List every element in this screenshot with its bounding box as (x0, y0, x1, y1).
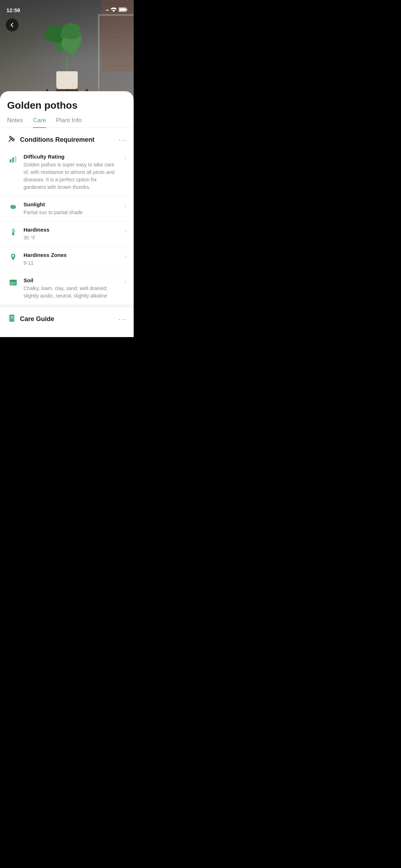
sunlight-item[interactable]: Sunlight Partial sun to partial shade › (0, 196, 134, 222)
soil-title: Soil (24, 277, 120, 283)
wifi-icon (111, 7, 117, 13)
signal-icon: ▪▪ (106, 7, 109, 12)
sunlight-content: Sunlight Partial sun to partial shade (24, 201, 120, 216)
care-guide-more-button[interactable]: ··· (118, 315, 127, 323)
soil-icon (7, 278, 19, 287)
hardiness-content: Hardiness 30 °F (24, 227, 120, 242)
hardiness-title: Hardiness (24, 227, 120, 233)
difficulty-desc: Golden pothos is super easy to take care… (24, 161, 120, 191)
conditions-title: Conditions Requirement (20, 136, 94, 144)
hardiness-zones-content: Hardiness Zones 9-11 (24, 252, 120, 267)
hardiness-zones-item[interactable]: Hardiness Zones 9-11 › (0, 247, 134, 272)
hardiness-arrow: › (124, 227, 127, 235)
difficulty-item[interactable]: Difficulty Rating Golden pothos is super… (0, 149, 134, 196)
hardiness-item[interactable]: Hardiness 30 °F › (0, 222, 134, 247)
tabs-container: Notes Care Plant Info (0, 117, 134, 128)
tab-care[interactable]: Care (33, 117, 46, 128)
hardiness-zones-arrow: › (124, 253, 127, 260)
care-content: Conditions Requirement ··· Difficulty Ra… (0, 128, 134, 337)
cloud-icon (7, 202, 19, 211)
soil-desc: Chalky, loam, clay, sand; well drained; … (24, 285, 120, 300)
svg-rect-3 (10, 159, 11, 162)
svg-point-14 (12, 255, 14, 257)
window-frame (98, 14, 134, 89)
tab-notes[interactable]: Notes (7, 117, 23, 128)
sunlight-desc: Partial sun to partial shade (24, 209, 120, 216)
plant-title: Golden pothos (0, 91, 134, 117)
tab-plant-info[interactable]: Plant Info (56, 117, 82, 128)
plant-illustration (42, 21, 92, 89)
hardiness-zones-desc: 9-11 (24, 259, 120, 267)
svg-rect-5 (15, 156, 16, 162)
care-guide-header: Care Guide ··· (0, 308, 134, 330)
content-card: Golden pothos Notes Care Plant Info Cond… (0, 91, 134, 337)
difficulty-title: Difficulty Rating (24, 154, 120, 160)
hardiness-desc: 30 °F (24, 234, 120, 242)
svg-rect-1 (127, 9, 127, 11)
status-bar: 12:59 ▪▪ (0, 0, 134, 16)
soil-content: Soil Chalky, loam, clay, sand; well drai… (24, 277, 120, 300)
svg-rect-11 (13, 232, 14, 234)
svg-rect-4 (12, 157, 14, 162)
conditions-section-header: Conditions Requirement ··· (0, 128, 134, 149)
svg-rect-16 (10, 280, 17, 281)
chart-icon (7, 154, 19, 164)
svg-rect-19 (12, 283, 15, 283)
conditions-more-button[interactable]: ··· (118, 136, 127, 144)
battery-icon (119, 7, 127, 13)
sunlight-arrow: › (124, 202, 127, 210)
difficulty-arrow: › (124, 154, 127, 162)
sunlight-title: Sunlight (24, 201, 120, 207)
soil-item[interactable]: Soil Chalky, loam, clay, sand; well drai… (0, 272, 134, 305)
thermometer-icon (7, 227, 19, 237)
svg-rect-18 (11, 284, 13, 284)
svg-rect-17 (11, 283, 12, 283)
hardiness-zones-title: Hardiness Zones (24, 252, 120, 258)
svg-point-8 (13, 205, 16, 208)
care-guide-title: Care Guide (20, 315, 54, 323)
svg-rect-2 (119, 9, 126, 11)
location-icon (7, 253, 19, 262)
section-divider (0, 305, 134, 308)
back-button[interactable] (6, 19, 19, 31)
status-time: 12:59 (6, 7, 20, 13)
difficulty-content: Difficulty Rating Golden pothos is super… (24, 154, 120, 191)
book-icon (7, 314, 16, 324)
soil-arrow: › (124, 278, 127, 285)
trowel-icon (7, 134, 16, 145)
status-icons: ▪▪ (106, 7, 127, 13)
